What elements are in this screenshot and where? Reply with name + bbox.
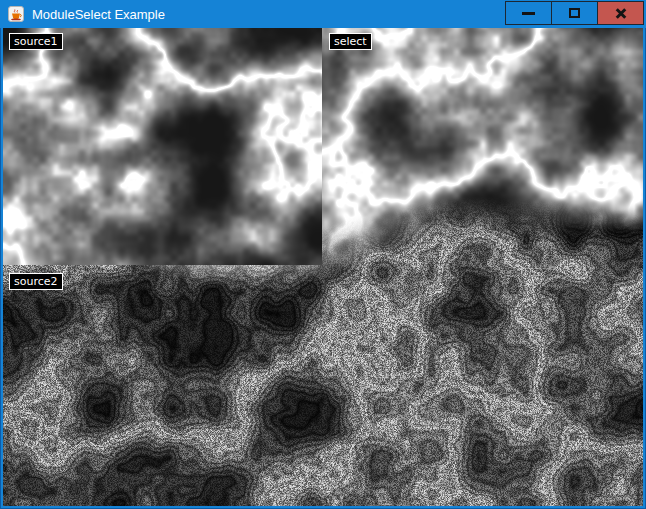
- label-select: select: [329, 33, 372, 50]
- label-source2: source2: [9, 273, 63, 290]
- java-coffee-cup-icon: [8, 6, 24, 22]
- close-icon: [614, 6, 628, 20]
- maximize-icon: [569, 8, 580, 18]
- label-source1: source1: [9, 33, 63, 50]
- close-button[interactable]: [597, 1, 644, 25]
- noise-image: [3, 28, 643, 506]
- app-window: ModuleSelect Example source1 select sour…: [0, 0, 646, 509]
- window-controls: [506, 1, 644, 25]
- minimize-button[interactable]: [505, 1, 552, 25]
- render-area: source1 select source2: [3, 28, 643, 506]
- java-app-icon[interactable]: [8, 6, 24, 22]
- window-title: ModuleSelect Example: [32, 7, 165, 22]
- minimize-icon: [522, 12, 535, 15]
- titlebar[interactable]: ModuleSelect Example: [0, 0, 646, 28]
- maximize-button[interactable]: [551, 1, 598, 25]
